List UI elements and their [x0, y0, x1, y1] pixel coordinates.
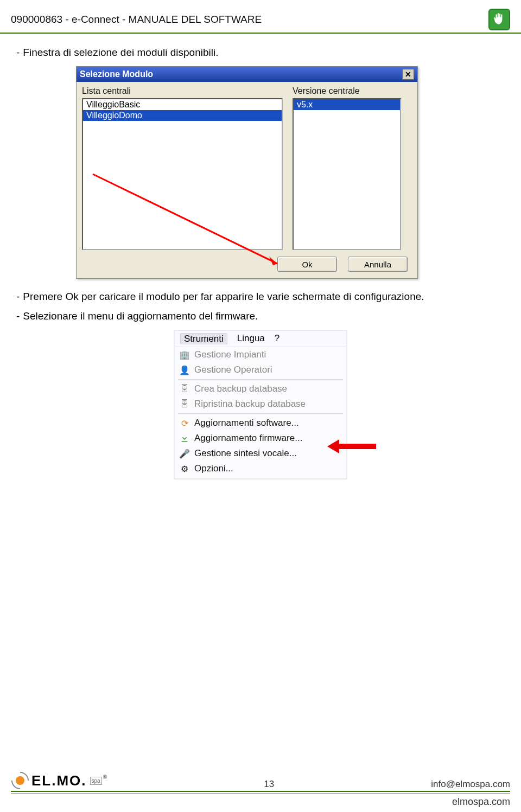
- ok-button[interactable]: Ok: [277, 257, 337, 272]
- svg-point-4: [16, 776, 24, 785]
- menu-item-gestione-operatori[interactable]: 👤 Gestione Operatori: [175, 362, 346, 378]
- logo-suffix: spa: [90, 777, 102, 785]
- tools-menu: Strumenti Lingua ? 🏢 Gestione Impianti 👤…: [174, 330, 347, 479]
- menu-item-aggiornamenti-software[interactable]: ⟳ Aggiornamenti software...: [175, 415, 346, 431]
- menu-item-ripristina-backup[interactable]: 🗄 Ripristina backup database: [175, 397, 346, 412]
- menu-dropdown: 🏢 Gestione Impianti 👤 Gestione Operatori…: [175, 347, 346, 478]
- product-name: e-Connect: [72, 14, 119, 25]
- menu-item-sintesi-vocale[interactable]: 🎤 Gestione sintesi vocale...: [175, 446, 346, 461]
- bullet-3: -Selezionare il menu di aggiornamento de…: [16, 310, 505, 322]
- doc-id: 090000863: [11, 14, 62, 25]
- db-restore-icon: 🗄: [179, 399, 190, 410]
- db-icon: 🗄: [179, 383, 190, 394]
- centrali-listbox[interactable]: VilleggioBasic VilleggioDomo: [82, 98, 283, 250]
- bullet-2: -Premere Ok per caricare il modulo per f…: [16, 291, 505, 303]
- menu-separator: [178, 379, 343, 380]
- elmo-logo: EL.MO. spa ®: [11, 771, 107, 790]
- close-button[interactable]: ✕: [402, 69, 414, 80]
- menubar: Strumenti Lingua ?: [175, 331, 346, 347]
- cancel-button[interactable]: Annulla: [348, 257, 408, 272]
- list-item[interactable]: v5.x: [294, 99, 400, 110]
- menu-tab-help[interactable]: ?: [275, 333, 279, 344]
- svg-marker-1: [269, 257, 277, 265]
- list-item[interactable]: VilleggioBasic: [83, 99, 282, 110]
- svg-rect-2: [338, 444, 376, 449]
- page-footer: EL.MO. spa ® 13 info@elmospa.com elmospa…: [0, 771, 521, 812]
- red-arrow-to-firmware-icon: [327, 438, 379, 453]
- footer-email: info@elmospa.com: [431, 779, 510, 790]
- close-icon: ✕: [405, 70, 411, 79]
- dialog-title: Selezione Modulo: [80, 69, 153, 79]
- download-icon: [179, 433, 190, 444]
- svg-marker-3: [327, 439, 339, 453]
- menu-item-opzioni[interactable]: ⚙ Opzioni...: [175, 461, 346, 476]
- menu-tab-lingua[interactable]: Lingua: [237, 333, 265, 344]
- page-header: 090000863 - e-Connect - MANUALE DEL SOFT…: [0, 0, 521, 34]
- right-list-label: Versione centrale: [293, 86, 401, 96]
- manual-title: MANUALE DEL SOFTWARE: [129, 14, 262, 25]
- dialog-titlebar: Selezione Modulo ✕: [77, 67, 417, 82]
- mic-icon: 🎤: [179, 448, 190, 459]
- menu-item-aggiornamento-firmware[interactable]: Aggiornamento firmware...: [175, 431, 346, 446]
- logo-mark-icon: [11, 771, 29, 790]
- menu-tab-strumenti[interactable]: Strumenti: [180, 333, 227, 344]
- versione-listbox[interactable]: v5.x: [293, 98, 401, 250]
- menu-item-crea-backup[interactable]: 🗄 Crea backup database: [175, 381, 346, 397]
- menu-separator: [178, 413, 343, 414]
- logo-text: EL.MO.: [31, 772, 87, 789]
- user-icon: 👤: [179, 365, 190, 375]
- module-selection-dialog: Selezione Modulo ✕ Lista centrali Villeg…: [76, 66, 418, 279]
- left-list-label: Lista centrali: [82, 86, 283, 96]
- update-sw-icon: ⟳: [179, 418, 190, 429]
- page-number: 13: [264, 779, 274, 790]
- gear-icon: ⚙: [179, 463, 190, 474]
- header-text: 090000863 - e-Connect - MANUALE DEL SOFT…: [11, 14, 262, 25]
- hand-icon: [488, 9, 510, 30]
- list-item[interactable]: VilleggioDomo: [83, 110, 282, 121]
- footer-site: elmospa.com: [452, 796, 510, 808]
- building-icon: 🏢: [179, 349, 190, 360]
- bullet-1: -Finestra di selezione dei moduli dispon…: [16, 47, 505, 59]
- menu-item-gestione-impianti[interactable]: 🏢 Gestione Impianti: [175, 347, 346, 362]
